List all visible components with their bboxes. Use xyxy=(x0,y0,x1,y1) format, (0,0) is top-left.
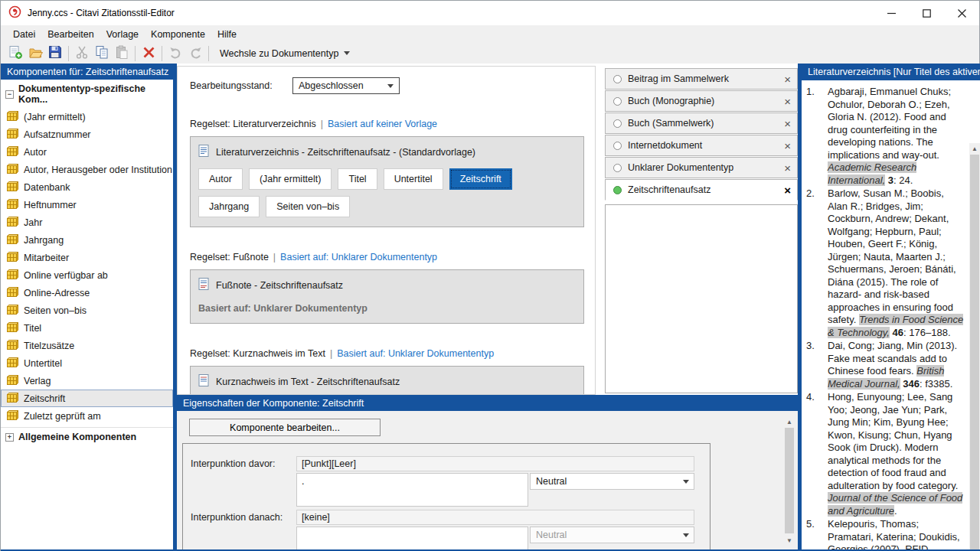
minimize-button[interactable] xyxy=(874,1,909,25)
copy-button[interactable] xyxy=(92,44,112,63)
component-chip-jahrgang[interactable]: Jahrgang xyxy=(198,196,260,217)
sidebar-item-untertitel[interactable]: Untertitel xyxy=(1,354,173,372)
menu-komponente[interactable]: Komponente xyxy=(145,27,211,42)
delete-button[interactable] xyxy=(139,44,158,63)
save-button[interactable] xyxy=(45,44,65,63)
menu-datei[interactable]: Datei xyxy=(7,27,41,42)
sidebar-item-label: Zeitschrift xyxy=(24,393,65,404)
toolbar-separator xyxy=(162,46,162,61)
field-label: Interpunktion davor: xyxy=(191,456,296,507)
entry-text: Agbaraji, Emmanuel Chuks; Ochulor, Debor… xyxy=(828,86,965,187)
bibliography-template-box: Literaturverzeichnis - Zeitschriftenaufs… xyxy=(190,136,584,227)
scroll-down-icon[interactable]: ▼ xyxy=(784,535,795,546)
sidebar-item-mitarbeiter[interactable]: Mitarbeiter xyxy=(1,249,173,266)
sidebar-item-label: Untertitel xyxy=(24,358,62,369)
scrollbar-thumb[interactable] xyxy=(970,155,979,551)
sidebar-item-zeitschrift[interactable]: Zeitschrift xyxy=(1,390,173,407)
component-icon xyxy=(7,393,18,405)
doc-type-tab-unklarer-dokumententyp[interactable]: Unklarer Dokumententyp× xyxy=(605,157,798,178)
close-button[interactable] xyxy=(944,1,979,25)
close-icon[interactable]: × xyxy=(784,73,791,85)
sidebar-item-heftnummer[interactable]: Heftnummer xyxy=(1,196,173,214)
sidebar-item-jahr-ermittelt[interactable]: (Jahr ermittelt) xyxy=(1,108,173,126)
ruleset-bibliography-label: Regelset: Literaturverzeichnis|Basiert a… xyxy=(190,119,583,129)
paste-button[interactable] xyxy=(112,44,132,63)
component-chip-zeitschrift[interactable]: Zeitschrift xyxy=(449,168,512,190)
maximize-button[interactable] xyxy=(909,1,944,25)
emphasis-select[interactable]: Neutral xyxy=(530,473,694,490)
sidebar-item-list: (Jahr ermittelt)AufsatznummerAutorAutor,… xyxy=(1,108,173,425)
sidebar-item-titel[interactable]: Titel xyxy=(1,319,173,337)
punctuation-input[interactable] xyxy=(296,527,528,549)
emphasis-value: Neutral xyxy=(536,476,567,487)
doc-type-tab-zeitschriftenaufsatz[interactable]: Zeitschriftenaufsatz× xyxy=(605,179,798,201)
undo-button[interactable] xyxy=(165,44,185,63)
bearbeitungsstand-select[interactable]: Abgeschlossen xyxy=(292,77,400,94)
close-icon[interactable]: × xyxy=(784,96,791,107)
cut-button[interactable] xyxy=(72,44,92,63)
new-style-button[interactable] xyxy=(5,44,25,63)
collapse-icon[interactable]: − xyxy=(5,90,14,99)
redo-button[interactable] xyxy=(185,44,205,63)
component-chip-untertitel[interactable]: Untertitel xyxy=(384,168,443,190)
component-icon xyxy=(7,146,18,158)
sidebar-item-autor[interactable]: Autor xyxy=(1,143,173,161)
sidebar-item-verlag[interactable]: Verlag xyxy=(1,372,173,390)
based-on-link[interactable]: Basiert auf: Unklarer Dokumententyp xyxy=(280,252,437,262)
sidebar-item-seiten-von-bis[interactable]: Seiten von–bis xyxy=(1,302,173,319)
sidebar-group-doctype-specific[interactable]: − Dokumententyp-spezifische Kom... xyxy=(1,80,173,108)
sidebar-item-label: Datenbank xyxy=(24,182,70,193)
sidebar-item-label: Autor xyxy=(24,147,47,158)
sidebar-group-general[interactable]: + Allgemeine Komponenten xyxy=(1,427,173,445)
bibliography-header: Literaturverzeichnis [Nur Titel des akti… xyxy=(802,64,980,80)
sidebar-item-jahrgang[interactable]: Jahrgang xyxy=(1,231,173,249)
punctuation-input[interactable] xyxy=(296,473,528,507)
component-chip-autor[interactable]: Autor xyxy=(198,168,243,190)
emphasis-select[interactable]: Neutral xyxy=(530,527,694,543)
footnote-template-box: Fußnote - Zeitschriftenaufsatz Basiert a… xyxy=(190,269,584,324)
scroll-up-icon[interactable]: ▲ xyxy=(784,416,795,428)
sidebar-item-label: Aufsatznummer xyxy=(24,129,91,140)
close-icon[interactable]: × xyxy=(784,162,791,174)
doc-type-tab-beitrag-im-sammelwerk[interactable]: Beitrag im Sammelwerk× xyxy=(605,68,798,90)
close-icon[interactable]: × xyxy=(784,118,791,129)
sidebar-item-aufsatznummer[interactable]: Aufsatznummer xyxy=(1,126,173,143)
open-button[interactable] xyxy=(25,44,45,63)
close-icon[interactable]: × xyxy=(784,140,791,152)
radio-icon xyxy=(613,75,622,83)
scroll-up-icon[interactable]: ▲ xyxy=(969,143,980,155)
doc-type-tab-buch-sammelwerk[interactable]: Buch (Sammelwerk)× xyxy=(605,112,798,134)
bibliography-entry: 1.Agbaraji, Emmanuel Chuks; Ochulor, Deb… xyxy=(806,86,965,187)
sidebar-item-datenbank[interactable]: Datenbank xyxy=(1,178,173,196)
component-icon xyxy=(7,252,18,264)
menu-hilfe[interactable]: Hilfe xyxy=(211,27,243,42)
component-chip-seiten-von-bis[interactable]: Seiten von–bis xyxy=(266,196,350,217)
sidebar-header: Komponenten für: Zeitschriftenaufsatz xyxy=(1,64,173,80)
bibliography-scrollbar[interactable]: ▲ ▼ xyxy=(969,143,980,551)
sidebar-item-online-verfügbar-ab[interactable]: Online verfügbar ab xyxy=(1,266,173,284)
properties-scrollbar[interactable]: ▲ ▼ xyxy=(784,416,795,546)
chevron-down-icon xyxy=(683,480,689,484)
delete-x-icon xyxy=(142,46,155,61)
close-icon[interactable]: × xyxy=(784,184,791,196)
component-chip-titel[interactable]: Titel xyxy=(338,168,377,190)
sidebar-item-zuletzt-geprüft-am[interactable]: Zuletzt geprüft am xyxy=(1,407,173,425)
based-on-link[interactable]: Basiert auf keiner Vorlage xyxy=(328,119,437,129)
menu-vorlage[interactable]: Vorlage xyxy=(100,27,145,42)
sidebar-item-jahr[interactable]: Jahr xyxy=(1,214,173,231)
doc-type-tab-internetdokument[interactable]: Internetdokument× xyxy=(605,135,798,156)
sidebar-item-autor-herausgeber-oder-institution[interactable]: Autor, Herausgeber oder Institution xyxy=(1,161,173,178)
switch-document-type-button[interactable]: Wechsle zu Dokumententyp xyxy=(212,45,358,62)
menu-bearbeiten[interactable]: Bearbeiten xyxy=(41,27,100,42)
title-bar: Jenny.ccs - Citavi Zitationsstil-Editor xyxy=(1,1,979,25)
sidebar-item-label: (Jahr ermittelt) xyxy=(24,112,86,122)
sidebar-item-online-adresse[interactable]: Online-Adresse xyxy=(1,284,173,302)
doc-type-tab-buch-monographie[interactable]: Buch (Monographie)× xyxy=(605,90,798,112)
scrollbar-thumb[interactable] xyxy=(785,428,794,533)
based-on-link[interactable]: Basiert auf: Unklarer Dokumententyp xyxy=(337,348,494,359)
component-chip-jahr-ermittelt[interactable]: (Jahr ermittelt) xyxy=(249,168,332,190)
expand-icon[interactable]: + xyxy=(5,433,14,442)
sidebar-item-titelzusätze[interactable]: Titelzusätze xyxy=(1,337,173,354)
toolbar: Wechsle zu Dokumententyp xyxy=(1,43,979,64)
edit-component-button[interactable]: Komponente bearbeiten... xyxy=(189,419,381,436)
